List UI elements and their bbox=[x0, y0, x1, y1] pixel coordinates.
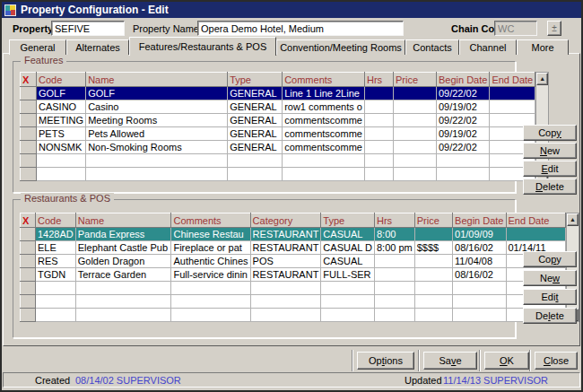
tab-page-panel: Features X Code Name Type Comments Hrs bbox=[3, 53, 580, 346]
restaurants-delete-button[interactable]: Delete bbox=[523, 308, 577, 324]
cell bbox=[21, 127, 37, 141]
cell: MEETING bbox=[37, 114, 86, 127]
column-header-code: Code bbox=[37, 73, 86, 87]
table-row[interactable]: GOLF GOLF GENERAL Line 1 Line 2Line 09/2… bbox=[21, 87, 535, 100]
table-row[interactable]: MEETING Meeting Rooms GENERAL commentsco… bbox=[21, 114, 535, 127]
cell bbox=[393, 114, 436, 127]
divider bbox=[529, 350, 531, 371]
property-field[interactable] bbox=[51, 21, 125, 36]
table-row[interactable]: NONSMK Non-Smoking Rooms GENERAL comment… bbox=[21, 141, 535, 154]
cell: POS bbox=[250, 255, 321, 268]
column-header-price: Price bbox=[393, 73, 436, 87]
cell: Non-Smoking Rooms bbox=[86, 141, 228, 154]
cell bbox=[374, 268, 414, 282]
chain-code-field[interactable] bbox=[494, 21, 537, 36]
cell: 09/19/02 bbox=[436, 127, 489, 141]
features-delete-button[interactable]: Delete bbox=[523, 179, 577, 195]
cell: RESTAURANT bbox=[250, 241, 321, 255]
cell bbox=[364, 100, 393, 114]
property-name-field[interactable] bbox=[197, 21, 404, 36]
features-legend: Features bbox=[21, 55, 66, 65]
restaurants-header-row: X Code Name Comments Category Type Hrs P… bbox=[21, 213, 566, 228]
cell: RES bbox=[35, 255, 75, 268]
features-header-row: X Code Name Type Comments Hrs Price Begi… bbox=[21, 73, 535, 87]
close-button[interactable]: Close bbox=[535, 352, 578, 370]
save-button[interactable]: Save bbox=[423, 352, 477, 370]
divider bbox=[352, 350, 353, 371]
chain-code-lov-button[interactable]: ± bbox=[547, 21, 561, 36]
tab-contacts[interactable]: Contacts bbox=[405, 39, 459, 55]
cell: 11/04/08 bbox=[453, 255, 506, 268]
cell: CASUAL D bbox=[321, 241, 375, 255]
updated-label: Updated bbox=[405, 374, 442, 387]
cell bbox=[364, 141, 393, 154]
cell: GENERAL bbox=[228, 87, 283, 100]
table-row[interactable]: CASINO Casino GENERAL row1 comments o 09… bbox=[21, 100, 535, 114]
tab-channel[interactable]: Channel bbox=[459, 39, 517, 55]
restaurants-scrollbar[interactable]: ▲ ▼ bbox=[566, 213, 579, 322]
cell bbox=[393, 87, 436, 100]
features-grid: X Code Name Type Comments Hrs Price Begi… bbox=[20, 72, 549, 181]
cell: row1 comments o bbox=[283, 100, 365, 114]
cell: GENERAL bbox=[228, 127, 283, 141]
table-row[interactable]: 1428AD Panda Express Chinese Restau REST… bbox=[21, 228, 566, 241]
cell: Full-service dinin bbox=[171, 268, 250, 282]
updated-value: 11/14/13 SUPERVISOR bbox=[443, 374, 548, 387]
cell bbox=[490, 87, 535, 100]
column-header-x: X bbox=[21, 73, 37, 87]
features-copy-button[interactable]: Copy bbox=[523, 125, 577, 141]
cell: 08/16/02 bbox=[453, 268, 506, 282]
cell: 1428AD bbox=[35, 228, 75, 241]
cell bbox=[21, 100, 37, 114]
options-button[interactable]: Options bbox=[357, 352, 414, 370]
app-icon bbox=[4, 4, 16, 16]
cell: 09/19/02 bbox=[436, 100, 489, 114]
arrow-up-icon: ▲ bbox=[539, 75, 545, 82]
tab-general[interactable]: General bbox=[9, 39, 66, 55]
cell bbox=[21, 168, 37, 181]
cell: commentscomme bbox=[283, 127, 365, 141]
restaurants-edit-button[interactable]: Edit bbox=[523, 289, 577, 305]
cell: CASUAL bbox=[321, 255, 375, 268]
table-row[interactable]: RES Golden Dragon Authentic Chines POS C… bbox=[21, 255, 566, 268]
table-row[interactable]: TGDN Terrace Garden Full-service dinin R… bbox=[21, 268, 566, 282]
scroll-up-button[interactable]: ▲ bbox=[567, 213, 579, 226]
cell: Fireplace or pat bbox=[171, 241, 250, 255]
tab-features-restaurants-pos[interactable]: Features/Restaurants & POS bbox=[129, 37, 276, 56]
table-row bbox=[21, 154, 535, 168]
divider bbox=[418, 350, 420, 371]
restaurants-new-button[interactable]: New bbox=[523, 270, 577, 286]
cell: RESTAURANT bbox=[250, 228, 321, 241]
features-table: X Code Name Type Comments Hrs Price Begi… bbox=[20, 72, 535, 181]
property-label: Property bbox=[13, 22, 53, 36]
cell: Pets Allowed bbox=[86, 127, 228, 141]
cell bbox=[21, 228, 36, 241]
cell: Casino bbox=[86, 100, 228, 114]
cell bbox=[364, 87, 393, 100]
cell: RESTAURANT bbox=[250, 268, 321, 282]
tab-convention-meeting-rooms[interactable]: Convention/Meeting Rooms bbox=[276, 39, 405, 55]
table-row[interactable]: ELE Elephant Castle Pub Fireplace or pat… bbox=[21, 241, 566, 255]
restaurants-copy-button[interactable]: Copy bbox=[523, 251, 577, 267]
property-configuration-window: Property Configuration - Edit Property P… bbox=[0, 0, 583, 392]
table-row bbox=[21, 309, 566, 322]
table-row[interactable]: PETS Pets Allowed GENERAL commentscomme … bbox=[21, 127, 535, 141]
features-edit-button[interactable]: Edit bbox=[523, 161, 577, 177]
property-name-label: Property Name bbox=[133, 22, 199, 36]
cell bbox=[414, 255, 452, 268]
arrow-up-icon: ▲ bbox=[570, 216, 576, 222]
cell bbox=[21, 87, 37, 100]
ok-button[interactable]: OK bbox=[484, 352, 529, 370]
restaurants-grid: X Code Name Comments Category Type Hrs P… bbox=[20, 213, 579, 322]
column-header-comments: Comments bbox=[283, 73, 365, 87]
tab-strip: General Alternates Features/Restaurants … bbox=[9, 37, 569, 55]
cell bbox=[364, 114, 393, 127]
cell bbox=[374, 255, 414, 268]
tab-alternates[interactable]: Alternates bbox=[66, 39, 129, 55]
divider bbox=[479, 350, 481, 371]
scroll-up-button[interactable]: ▲ bbox=[536, 73, 548, 85]
column-header-code: Code bbox=[35, 213, 75, 228]
features-new-button[interactable]: New bbox=[523, 143, 577, 159]
tab-more[interactable]: More bbox=[517, 39, 569, 55]
table-row bbox=[21, 295, 566, 309]
